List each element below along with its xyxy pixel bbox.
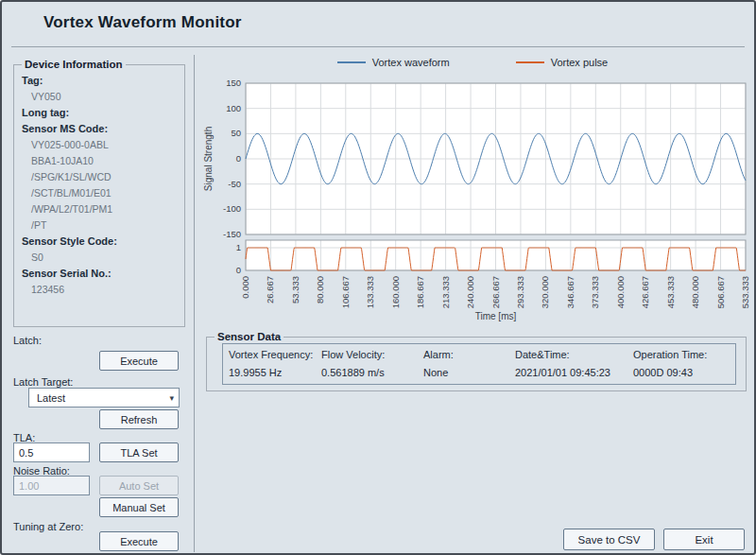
legend-item-waveform: Vortex waveform (337, 57, 450, 68)
svg-text:106.667: 106.667 (340, 276, 351, 308)
svg-text:320.000: 320.000 (540, 276, 550, 308)
sensor-column-header: Alarm: (418, 347, 509, 362)
svg-text:Time [ms]: Time [ms] (475, 311, 517, 321)
device-field-value: /SPG/K1/SL/WCD (22, 171, 177, 182)
svg-text:-50: -50 (228, 179, 241, 189)
svg-text:0: 0 (236, 153, 241, 164)
svg-text:-150: -150 (223, 229, 241, 239)
noise-ratio-input (13, 476, 90, 495)
sensor-data-group: Sensor Data Vortex Frequency: Flow Veloc… (206, 331, 747, 391)
device-field-label: Tag: (22, 75, 177, 86)
page-title: Vortex Waveform Monitor (43, 13, 242, 32)
device-information-group: Device Information Tag: VY050 Long tag: … (13, 59, 185, 327)
manual-set-button[interactable]: Manual Set (99, 497, 179, 517)
left-panel: Device Information Tag: VY050 Long tag: … (11, 55, 189, 552)
latch-target-select[interactable]: Latest ▾ (28, 388, 180, 408)
operation-time-value: 0000D 09:43 (627, 362, 735, 378)
svg-text:186.667: 186.667 (415, 276, 425, 308)
svg-text:100: 100 (226, 103, 241, 113)
pulse-legend-swatch (516, 61, 544, 63)
flow-velocity-value: 0.561889 m/s (316, 362, 418, 378)
waveform-legend-swatch (337, 61, 366, 63)
latch-label: Latch: (13, 335, 42, 346)
svg-text:26.667: 26.667 (265, 276, 275, 304)
chart-legend: Vortex waveform Vortex pulse (195, 57, 750, 68)
svg-text:453.333: 453.333 (665, 276, 676, 308)
title-separator (11, 46, 745, 47)
svg-text:-100: -100 (223, 203, 241, 214)
svg-text:150: 150 (226, 78, 241, 88)
svg-text:1: 1 (236, 242, 241, 252)
device-field-value: BBA1-10JA10 (22, 155, 177, 166)
device-field-value: VY025-000-0ABL (22, 139, 177, 150)
svg-text:160.000: 160.000 (390, 276, 401, 308)
device-field-value: VY050 (22, 91, 177, 102)
tuning-execute-button[interactable]: Execute (99, 531, 179, 551)
svg-text:533.333: 533.333 (740, 276, 750, 308)
device-field-label: Sensor Serial No.: (22, 268, 177, 279)
svg-text:266.667: 266.667 (490, 276, 501, 308)
svg-text:293.333: 293.333 (515, 276, 525, 308)
latch-target-label: Latch Target: (13, 376, 73, 388)
sensor-data-title: Sensor Data (215, 331, 284, 342)
svg-text:426.667: 426.667 (640, 276, 650, 308)
device-field-label: Long tag: (22, 107, 177, 118)
svg-text:506.667: 506.667 (715, 276, 726, 308)
device-field-value: S0 (22, 251, 177, 263)
svg-text:373.333: 373.333 (590, 276, 600, 308)
latch-target-value: Latest (37, 392, 65, 404)
device-field-label: Sensor Style Code: (22, 235, 177, 247)
svg-text:480.000: 480.000 (690, 276, 700, 308)
device-field-value: /WPA/L2/T01/PM1 (22, 203, 177, 215)
device-field-value: 123456 (22, 284, 177, 295)
auto-set-button: Auto Set (99, 476, 179, 495)
exit-button[interactable]: Exit (663, 529, 745, 550)
sensor-column-header: Date&Time: (509, 347, 627, 362)
datetime-value: 2021/01/01 09:45:23 (509, 362, 627, 378)
vortex-waveform-monitor-window: Vortex Waveform Monitor Device Informati… (0, 0, 756, 555)
alarm-value: None (418, 362, 509, 378)
waveform-chart: 0.00026.66753.33380.000106.667133.333160… (200, 76, 750, 325)
svg-text:133.333: 133.333 (365, 276, 375, 308)
vortex-frequency-value: 19.9955 Hz (223, 362, 316, 378)
device-information-title: Device Information (22, 59, 126, 70)
svg-text:80.000: 80.000 (315, 276, 325, 304)
sensor-column-header: Vortex Frequency: (223, 347, 316, 362)
sensor-column-header: Flow Velocity: (316, 347, 418, 362)
svg-text:53.333: 53.333 (290, 276, 301, 304)
svg-text:346.667: 346.667 (565, 276, 576, 308)
chevron-down-icon: ▾ (169, 393, 174, 403)
refresh-button[interactable]: Refresh (99, 409, 179, 429)
pulse-legend-label: Vortex pulse (551, 57, 609, 68)
waveform-legend-label: Vortex waveform (372, 57, 450, 68)
tla-set-button[interactable]: TLA Set (99, 442, 179, 462)
sensor-data-table: Vortex Frequency: Flow Velocity: Alarm: … (222, 343, 736, 385)
svg-text:240.000: 240.000 (465, 276, 475, 308)
svg-text:Signal Strength: Signal Strength (203, 127, 214, 191)
svg-text:400.000: 400.000 (615, 276, 626, 308)
latch-execute-button[interactable]: Execute (99, 351, 179, 371)
tuning-at-zero-label: Tuning at Zero: (13, 521, 83, 532)
device-field-value: /PT (22, 219, 177, 231)
svg-text:0: 0 (236, 265, 241, 275)
legend-item-pulse: Vortex pulse (516, 57, 609, 68)
tla-input[interactable] (13, 442, 90, 462)
svg-text:50: 50 (231, 128, 241, 138)
device-field-value: /SCT/BL/M01/E01 (22, 187, 177, 199)
device-field-label: Sensor MS Code: (22, 123, 177, 134)
sensor-column-header: Operation Time: (627, 347, 735, 362)
svg-text:0.000: 0.000 (240, 276, 250, 299)
save-to-csv-button[interactable]: Save to CSV (563, 529, 655, 550)
svg-text:213.333: 213.333 (440, 276, 451, 308)
right-panel: Vortex waveform Vortex pulse 0.00026.667… (195, 55, 750, 552)
